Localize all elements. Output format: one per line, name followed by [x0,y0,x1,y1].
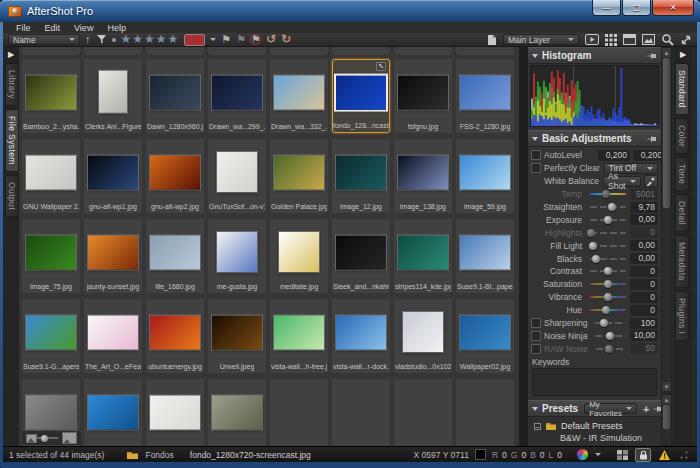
slider-straighten[interactable] [590,206,626,208]
preset-item-b-w-ir-simulation[interactable]: B&W - IR Simulation [534,432,661,444]
thumbnail-gnu-wallpaper-2-jpg[interactable]: GNU Wallpaper 2.jpg [22,139,80,213]
thumbnail-fss-2-1280-jpg[interactable]: FSS-2_1280.jpg [456,59,514,133]
thumbnail-vladstudio-0x1024-jpg[interactable]: vladstudio...0x1024.jpg [394,299,452,373]
value-exposure[interactable]: 0,00 [630,214,658,225]
value-saturation[interactable]: 0 [630,279,658,290]
thumbnail-cell[interactable] [208,379,266,446]
tree-collapse-icon[interactable]: – [534,423,541,430]
thumbnail-image-59-jpg[interactable]: image_59.jpg [456,139,514,213]
presets-header[interactable]: Presets My Favorites + [528,400,661,417]
thumbnail-stripes114-kde-jpg[interactable]: stripes114_kde.jpg [394,219,452,293]
scrollbar-thumb[interactable] [663,405,670,429]
slider-exposure[interactable] [590,219,626,221]
thumbnail-fsfgnu-jpg[interactable]: fsfgnu.jpg [394,59,452,133]
value-contrast[interactable]: 0 [630,266,658,277]
presets-scrollbar[interactable]: ▲ [661,394,672,446]
size-slider-knob[interactable] [41,435,48,442]
thumbnail-cell[interactable] [456,379,514,446]
scroll-down-icon[interactable]: ▼ [662,382,671,391]
white-balance-select[interactable]: As Shot [603,176,641,187]
thumbnail-cell[interactable] [270,379,328,446]
filter-icon[interactable] [96,34,107,45]
collapse-triangle-icon[interactable] [532,407,538,411]
magnifier-icon[interactable] [661,33,674,46]
thumbnail-partial[interactable] [394,47,452,55]
thumbnail-ubuntuenergy-jpg[interactable]: ubuntuenergy.jpg [146,299,204,373]
value-fill-light[interactable]: 0,00 [630,240,658,251]
thumbnail-view-icon[interactable] [605,34,617,46]
close-button[interactable]: ✕ [652,0,694,16]
flag-reject-icon[interactable]: ⚑ [251,34,261,45]
value-blacks[interactable]: 0,00 [630,253,658,264]
slider-knob[interactable] [604,216,612,224]
thumbnail-image-75-jpg[interactable]: image_75.jpg [22,219,80,293]
thumbnail-vista-wall-h-tree-jpg[interactable]: vista-wall...h-tree.jpg [270,299,328,373]
thumbnail-bamboo-2-ysha-jpg[interactable]: Bamboo_2...ysha.jpg [22,59,80,133]
panel-splitter[interactable] [519,47,528,446]
thumbnail-life-1680-jpg[interactable]: life_1680.jpg [146,219,204,293]
checkbox-sharpening[interactable] [531,318,541,328]
sort-ascending-icon[interactable]: ↑ [85,34,91,45]
slider-temp[interactable] [590,193,626,195]
slider-knob[interactable] [606,332,614,340]
slider-knob[interactable] [604,280,612,288]
color-management-icon[interactable] [576,448,589,461]
checkbox-raw-noise[interactable] [531,344,541,354]
thumbnail-partial[interactable] [84,47,142,55]
lock-icon[interactable] [635,448,651,462]
slider-contrast[interactable] [590,270,626,272]
flag-finished-icon[interactable]: ⚑ [236,34,246,45]
slider-knob[interactable] [604,293,612,301]
thumbnail-cell[interactable] [394,379,452,446]
thumbnail-drawn-wa-299-jpg[interactable]: Drawn_wa...299_.jpg [208,59,266,133]
rotate-left-icon[interactable]: ↺ [266,34,276,45]
thumbnail-gnutuxsof-on-v1-jpg[interactable]: GnuTuxSof...on-v1.jpg [208,139,266,213]
fullscreen-icon[interactable] [680,34,692,46]
thumbnail-image-12-jpg[interactable]: image_12.jpg [332,139,390,213]
thumbnail-gnu-alt-wp1-jpg[interactable]: gnu-alt-wp1.jpg [84,139,142,213]
perfectly-clear-checkbox[interactable] [531,163,541,173]
sort-by-select[interactable]: Name [8,34,80,45]
warning-icon[interactable] [657,449,671,461]
pin-icon[interactable] [647,134,657,144]
thumbnail-unveil-jpeg[interactable]: Unveil.jpeg [208,299,266,373]
star-icon[interactable]: ★ [156,32,168,46]
thumbnail-fondo-128-ncast-jpg[interactable]: ✎fondo_128...ncast.jpg [332,59,390,133]
slider-knob[interactable] [605,345,613,353]
current-folder[interactable]: Fondos [145,450,173,460]
cache-grid-icon[interactable] [615,449,629,461]
value-temp[interactable]: 5001 [630,189,658,200]
left-tab-output[interactable]: Output [5,175,19,217]
left-tab-file-system[interactable]: File System [5,109,19,172]
thumbnail-suse9-1-g-apers-jpg[interactable]: Suse9.1-G...apers.jpg [22,299,80,373]
thumbnail-partial[interactable] [332,47,390,55]
thumbnail-partial[interactable] [146,47,204,55]
collapse-triangle-icon[interactable] [532,54,538,58]
color-label-caret[interactable] [210,38,216,41]
autolevel-value-2[interactable]: 0,200 [633,150,661,161]
flag-pick-icon[interactable]: ⚑ [221,34,231,45]
thumbnail-cell[interactable] [84,379,142,446]
menu-view[interactable]: View [67,23,100,33]
keywords-textarea[interactable] [532,368,657,396]
right-tab-tone[interactable]: Tone [675,157,689,191]
slider-vibrance[interactable] [590,296,626,298]
presets-collection-select[interactable]: My Favorites [584,403,637,414]
color-management-caret[interactable] [595,453,601,456]
rotate-right-icon[interactable]: ↻ [281,34,291,45]
thumbnail-vista-wall-r-dock-jpg[interactable]: vista-wall...r-dock.jpg [332,299,390,373]
slider-knob[interactable] [604,267,612,275]
add-preset-button[interactable]: + [643,403,649,415]
menu-help[interactable]: Help [100,23,133,33]
thumbnail-partial[interactable] [208,47,266,55]
slider-saturation[interactable] [590,283,626,285]
collapse-triangle-icon[interactable] [532,137,538,141]
slider-raw-noise[interactable] [596,348,626,350]
slider-knob[interactable] [608,203,616,211]
menu-file[interactable]: File [9,23,38,33]
thumbnail-suse9-1-bl-papers-jpg[interactable]: Suse9.1-Bl...papers.jpg [456,219,514,293]
thumbnail-partial[interactable] [270,47,328,55]
thumbnail-clerks-ani-figure-jpg[interactable]: Clerks Ani...Figure.jpg [84,59,142,133]
thumbnail-me-gusta-jpg[interactable]: me-gusta.jpg [208,219,266,293]
value-hue[interactable]: 0 [630,305,658,316]
